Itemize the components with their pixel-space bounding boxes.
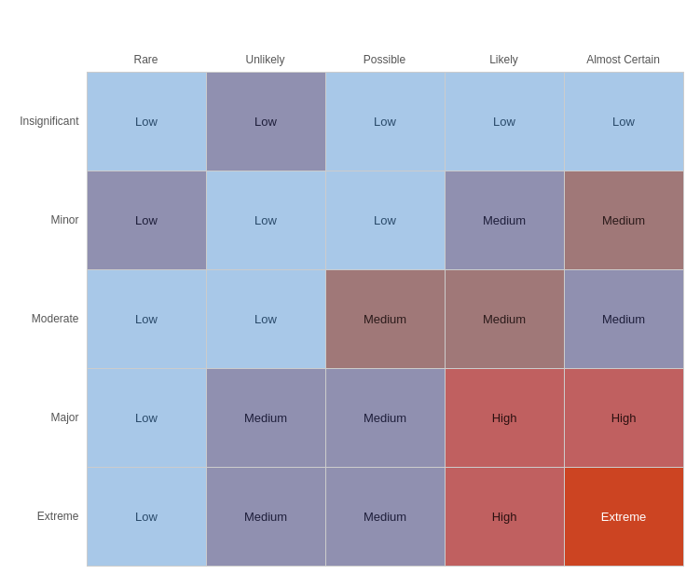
cell-1-2: Low — [326, 171, 446, 270]
cell-4-4: Extreme — [565, 468, 684, 567]
cell-4-2: Medium — [326, 468, 446, 567]
y-label-2: Moderate — [17, 269, 87, 368]
y-label-3: Major — [17, 368, 87, 467]
cell-0-4: Low — [565, 73, 684, 171]
cell-0-2: Low — [326, 73, 446, 171]
cell-2-1: Low — [207, 270, 326, 369]
matrix-row: LowLowLowLowLow — [88, 73, 684, 171]
cell-4-3: High — [446, 468, 565, 567]
cell-1-3: Medium — [446, 171, 565, 270]
cell-4-0: Low — [88, 468, 207, 567]
matrix-row: LowMediumMediumHighExtreme — [88, 468, 684, 567]
x-label-1: Unlikely — [206, 38, 325, 72]
cell-3-1: Medium — [207, 369, 326, 468]
x-label-4: Almost Certain — [564, 38, 683, 72]
cell-4-1: Medium — [207, 468, 326, 567]
matrix-row: LowLowMediumMediumMedium — [88, 270, 684, 369]
cell-1-1: Low — [207, 171, 326, 270]
matrix-wrapper: InsignificantMinorModerateMajorExtreme R… — [17, 38, 684, 567]
cell-2-3: Medium — [446, 270, 565, 369]
cell-1-0: Low — [88, 171, 207, 270]
cell-3-0: Low — [88, 369, 207, 468]
cell-1-4: Medium — [565, 171, 684, 270]
cell-0-1: Low — [207, 73, 326, 171]
x-labels: RareUnlikelyPossibleLikelyAlmost Certain — [87, 38, 684, 72]
y-label-4: Extreme — [17, 467, 87, 566]
cell-3-3: High — [446, 369, 565, 468]
cell-0-0: Low — [88, 73, 207, 171]
matrix-row: LowMediumMediumHighHigh — [88, 369, 684, 468]
matrix-grid: LowLowLowLowLowLowLowLowMediumMediumLowL… — [87, 72, 684, 567]
chart-container: InsignificantMinorModerateMajorExtreme R… — [17, 21, 684, 567]
cell-0-3: Low — [446, 73, 565, 171]
y-label-1: Minor — [17, 171, 87, 269]
cell-2-0: Low — [88, 270, 207, 369]
cell-2-4: Medium — [565, 270, 684, 369]
matrix-right: RareUnlikelyPossibleLikelyAlmost Certain… — [87, 38, 684, 567]
cell-3-2: Medium — [326, 369, 446, 468]
cell-2-2: Medium — [326, 270, 446, 369]
matrix-row: LowLowLowMediumMedium — [88, 171, 684, 270]
x-label-0: Rare — [87, 38, 206, 72]
cell-3-4: High — [565, 369, 684, 468]
x-label-3: Likely — [445, 38, 564, 72]
y-labels: InsignificantMinorModerateMajorExtreme — [17, 38, 87, 566]
y-label-0: Insignificant — [17, 72, 87, 171]
x-label-2: Possible — [325, 38, 445, 72]
